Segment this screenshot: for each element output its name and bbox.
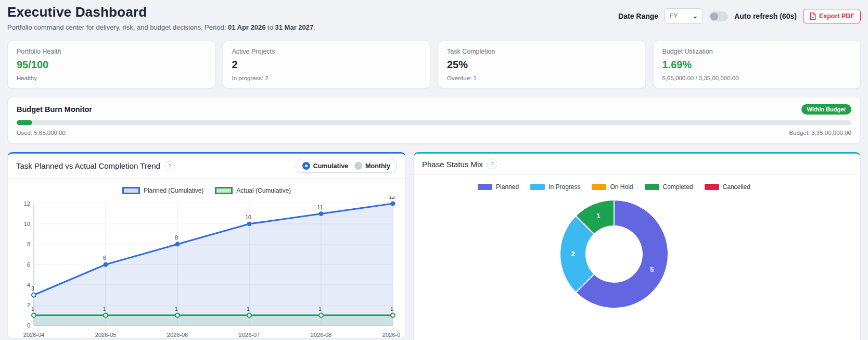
budget-burn-monitor-card: Budget Burn Monitor Within Budget Used: … [7, 97, 861, 144]
svg-text:2026-08: 2026-08 [311, 332, 331, 338]
pdf-file-icon [809, 12, 816, 20]
page-subtitle: Portfolio command center for delivery, r… [7, 23, 315, 31]
kpi-card-budget-utilization: Budget Utilization 1.69% 5,65,000.00 / 3… [653, 41, 861, 89]
page-title: Executive Dashboard [7, 4, 315, 20]
kpi-subtext: Healthy [17, 75, 206, 81]
kpi-card-task-completion: Task Completion 25% Overdue: 1 [438, 41, 646, 89]
trend-chart-legend: Planned (Cumulative)Actual (Cumulative) [13, 183, 400, 196]
svg-text:8: 8 [175, 234, 178, 241]
mode-option-cumulative[interactable]: Cumulative [302, 162, 348, 170]
svg-text:6: 6 [27, 261, 30, 268]
radio-unselected-icon [354, 162, 362, 170]
mode-option-monthly[interactable]: Monthly [354, 162, 390, 170]
legend-color-swatch [530, 184, 545, 190]
phase-chart-header: Phase Status Mix ? [414, 154, 860, 175]
phase-chart-body: PlannedIn ProgressOn HoldCompletedCancel… [414, 175, 814, 320]
help-icon[interactable]: ? [487, 159, 497, 169]
svg-text:2026-07: 2026-07 [239, 332, 260, 338]
svg-text:10: 10 [245, 214, 251, 220]
date-range-select[interactable]: FY ⌄ [665, 8, 703, 24]
legend-item[interactable]: Planned (Cumulative) [122, 187, 203, 194]
phase-donut-chart-svg: 521 [419, 193, 809, 318]
svg-text:1: 1 [103, 306, 106, 312]
svg-text:2026-06: 2026-06 [167, 332, 188, 338]
svg-text:4: 4 [27, 282, 30, 288]
budget-progress-track [17, 120, 851, 125]
period-joiner: to [267, 23, 273, 31]
svg-text:1: 1 [247, 306, 250, 312]
legend-color-box [215, 187, 233, 194]
budget-burn-title: Budget Burn Monitor [17, 105, 92, 114]
svg-text:10: 10 [24, 221, 30, 227]
kpi-subtext: In progress: 2 [232, 75, 422, 81]
svg-text:12: 12 [389, 196, 395, 200]
executive-dashboard-page: Executive Dashboard Portfolio command ce… [0, 0, 868, 340]
date-range-label: Date Range [618, 12, 658, 20]
svg-text:1: 1 [31, 306, 34, 312]
legend-item[interactable]: Completed [645, 183, 693, 191]
trend-mode-switcher: Cumulative Monthly [296, 159, 397, 173]
trend-line-chart[interactable]: 0246810122026-042026-052026-062026-07202… [13, 196, 400, 338]
legend-label: On Hold [610, 183, 633, 191]
auto-refresh-label: Auto refresh (60s) [734, 12, 797, 20]
svg-text:1: 1 [175, 306, 178, 312]
budget-burn-footer: Used: 5,65,000.00 Budget: 3,35,00,000.00 [17, 130, 851, 136]
page-header: Executive Dashboard Portfolio command ce… [7, 4, 861, 31]
kpi-value: 2 [232, 59, 422, 71]
legend-color-box [122, 187, 140, 194]
phase-title-wrap: Phase Status Mix ? [422, 159, 497, 169]
phase-donut-chart[interactable]: 521 [419, 193, 809, 320]
legend-item[interactable]: Actual (Cumulative) [215, 187, 291, 194]
kpi-card-portfolio-health: Portfolio Health 95/100 Healthy [7, 41, 215, 89]
trend-chart-card: Task Planned vs Actual Completion Trend … [7, 152, 406, 338]
legend-color-swatch [705, 184, 719, 190]
kpi-row: Portfolio Health 95/100 Healthy Active P… [7, 41, 861, 89]
legend-item[interactable]: In Progress [530, 183, 580, 191]
svg-text:2026-09: 2026-09 [382, 332, 400, 338]
trend-title-wrap: Task Planned vs Actual Completion Trend … [16, 161, 175, 171]
budget-burn-header: Budget Burn Monitor Within Budget [17, 104, 851, 115]
kpi-value: 25% [447, 59, 636, 71]
legend-label: Planned (Cumulative) [144, 187, 203, 194]
period-end: 31 Mar 2027 [275, 23, 314, 31]
export-pdf-button[interactable]: Export PDF [803, 9, 861, 23]
phase-chart-title: Phase Status Mix [422, 160, 483, 169]
legend-label: Cancelled [723, 183, 750, 191]
svg-text:2: 2 [27, 302, 30, 308]
period-start: 01 Apr 2026 [228, 23, 266, 31]
svg-text:5: 5 [650, 266, 654, 273]
svg-text:8: 8 [27, 241, 30, 247]
svg-text:6: 6 [103, 255, 106, 261]
legend-label: Completed [663, 183, 693, 191]
svg-text:11: 11 [317, 204, 323, 210]
legend-item[interactable]: Cancelled [705, 183, 750, 191]
trend-line-chart-svg: 0246810122026-042026-052026-062026-07202… [13, 196, 400, 338]
radio-selected-icon [302, 162, 310, 170]
budget-used-label: Used: 5,65,000.00 [17, 130, 66, 136]
phase-chart-legend: PlannedIn ProgressOn HoldCompletedCancel… [419, 179, 809, 193]
svg-text:0: 0 [27, 322, 30, 329]
svg-text:2026-04: 2026-04 [23, 332, 44, 338]
kpi-card-active-projects: Active Projects 2 In progress: 2 [223, 41, 431, 89]
svg-text:2: 2 [571, 250, 575, 258]
mode-option-label: Monthly [365, 162, 390, 170]
legend-item[interactable]: On Hold [592, 183, 633, 191]
kpi-subtext: Overdue: 1 [447, 75, 636, 81]
svg-text:12: 12 [24, 200, 30, 207]
legend-item[interactable]: Planned [478, 183, 519, 191]
svg-text:3: 3 [31, 285, 34, 292]
date-range-value: FY [670, 12, 678, 20]
legend-label: In Progress [548, 183, 580, 191]
kpi-label: Active Projects [232, 48, 422, 55]
svg-text:1: 1 [596, 212, 600, 220]
kpi-label: Budget Utilization [662, 48, 852, 55]
chevron-down-icon: ⌄ [693, 12, 698, 20]
svg-text:1: 1 [390, 306, 393, 312]
budget-progress-fill [17, 120, 32, 125]
auto-refresh-toggle[interactable] [709, 11, 728, 21]
header-titles: Executive Dashboard Portfolio command ce… [7, 4, 315, 31]
period-suffix: . [313, 23, 315, 31]
legend-color-swatch [478, 184, 492, 190]
help-icon[interactable]: ? [164, 161, 175, 171]
svg-text:2026-05: 2026-05 [95, 332, 116, 338]
